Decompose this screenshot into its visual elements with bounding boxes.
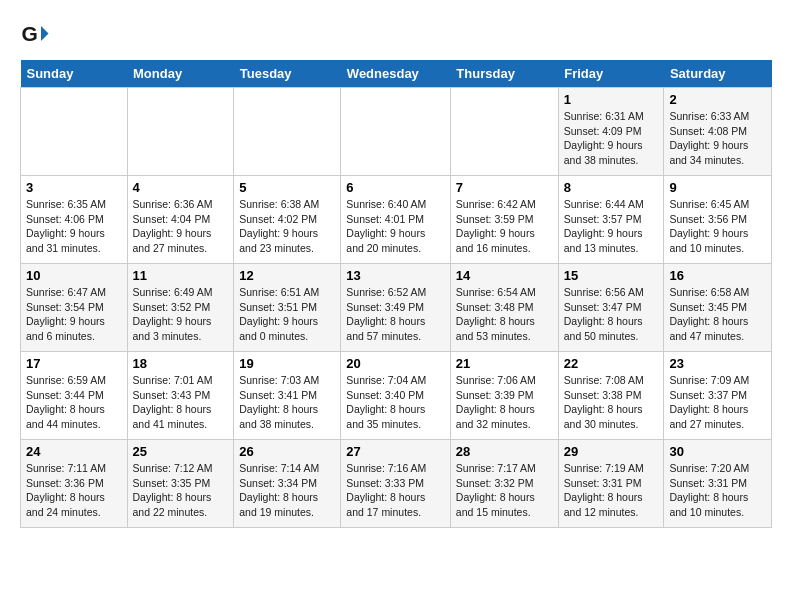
day-number: 27 <box>346 444 445 459</box>
weekday-header-row: SundayMondayTuesdayWednesdayThursdayFrid… <box>21 60 772 88</box>
calendar-table: SundayMondayTuesdayWednesdayThursdayFrid… <box>20 60 772 528</box>
logo: G <box>20 20 52 50</box>
calendar-cell: 14Sunrise: 6:54 AM Sunset: 3:48 PM Dayli… <box>450 264 558 352</box>
day-info: Sunrise: 7:06 AM Sunset: 3:39 PM Dayligh… <box>456 373 553 432</box>
svg-marker-1 <box>41 26 49 41</box>
calendar-cell: 4Sunrise: 6:36 AM Sunset: 4:04 PM Daylig… <box>127 176 234 264</box>
calendar-cell: 18Sunrise: 7:01 AM Sunset: 3:43 PM Dayli… <box>127 352 234 440</box>
calendar-cell <box>127 88 234 176</box>
calendar-cell: 23Sunrise: 7:09 AM Sunset: 3:37 PM Dayli… <box>664 352 772 440</box>
calendar-cell: 29Sunrise: 7:19 AM Sunset: 3:31 PM Dayli… <box>558 440 664 528</box>
calendar-cell: 12Sunrise: 6:51 AM Sunset: 3:51 PM Dayli… <box>234 264 341 352</box>
day-info: Sunrise: 7:20 AM Sunset: 3:31 PM Dayligh… <box>669 461 766 520</box>
weekday-header: Friday <box>558 60 664 88</box>
day-info: Sunrise: 6:36 AM Sunset: 4:04 PM Dayligh… <box>133 197 229 256</box>
day-info: Sunrise: 6:45 AM Sunset: 3:56 PM Dayligh… <box>669 197 766 256</box>
day-number: 2 <box>669 92 766 107</box>
calendar-cell: 25Sunrise: 7:12 AM Sunset: 3:35 PM Dayli… <box>127 440 234 528</box>
day-number: 16 <box>669 268 766 283</box>
day-number: 4 <box>133 180 229 195</box>
weekday-header: Tuesday <box>234 60 341 88</box>
day-number: 8 <box>564 180 659 195</box>
calendar-cell: 3Sunrise: 6:35 AM Sunset: 4:06 PM Daylig… <box>21 176 128 264</box>
day-number: 22 <box>564 356 659 371</box>
day-info: Sunrise: 6:49 AM Sunset: 3:52 PM Dayligh… <box>133 285 229 344</box>
day-info: Sunrise: 7:09 AM Sunset: 3:37 PM Dayligh… <box>669 373 766 432</box>
day-info: Sunrise: 7:17 AM Sunset: 3:32 PM Dayligh… <box>456 461 553 520</box>
calendar-cell: 30Sunrise: 7:20 AM Sunset: 3:31 PM Dayli… <box>664 440 772 528</box>
day-info: Sunrise: 7:11 AM Sunset: 3:36 PM Dayligh… <box>26 461 122 520</box>
calendar-cell: 5Sunrise: 6:38 AM Sunset: 4:02 PM Daylig… <box>234 176 341 264</box>
weekday-header: Sunday <box>21 60 128 88</box>
day-info: Sunrise: 7:03 AM Sunset: 3:41 PM Dayligh… <box>239 373 335 432</box>
calendar-cell: 27Sunrise: 7:16 AM Sunset: 3:33 PM Dayli… <box>341 440 451 528</box>
day-info: Sunrise: 6:33 AM Sunset: 4:08 PM Dayligh… <box>669 109 766 168</box>
day-number: 19 <box>239 356 335 371</box>
page-header: G <box>20 20 772 50</box>
day-number: 21 <box>456 356 553 371</box>
day-info: Sunrise: 6:42 AM Sunset: 3:59 PM Dayligh… <box>456 197 553 256</box>
calendar-week-row: 3Sunrise: 6:35 AM Sunset: 4:06 PM Daylig… <box>21 176 772 264</box>
day-number: 10 <box>26 268 122 283</box>
calendar-week-row: 17Sunrise: 6:59 AM Sunset: 3:44 PM Dayli… <box>21 352 772 440</box>
day-info: Sunrise: 6:51 AM Sunset: 3:51 PM Dayligh… <box>239 285 335 344</box>
logo-icon: G <box>20 20 50 50</box>
calendar-week-row: 1Sunrise: 6:31 AM Sunset: 4:09 PM Daylig… <box>21 88 772 176</box>
day-info: Sunrise: 7:14 AM Sunset: 3:34 PM Dayligh… <box>239 461 335 520</box>
day-info: Sunrise: 7:19 AM Sunset: 3:31 PM Dayligh… <box>564 461 659 520</box>
calendar-cell: 24Sunrise: 7:11 AM Sunset: 3:36 PM Dayli… <box>21 440 128 528</box>
calendar-cell: 7Sunrise: 6:42 AM Sunset: 3:59 PM Daylig… <box>450 176 558 264</box>
day-number: 5 <box>239 180 335 195</box>
day-number: 18 <box>133 356 229 371</box>
calendar-cell: 1Sunrise: 6:31 AM Sunset: 4:09 PM Daylig… <box>558 88 664 176</box>
calendar-week-row: 24Sunrise: 7:11 AM Sunset: 3:36 PM Dayli… <box>21 440 772 528</box>
day-info: Sunrise: 7:01 AM Sunset: 3:43 PM Dayligh… <box>133 373 229 432</box>
svg-text:G: G <box>22 22 38 45</box>
calendar-week-row: 10Sunrise: 6:47 AM Sunset: 3:54 PM Dayli… <box>21 264 772 352</box>
calendar-cell: 16Sunrise: 6:58 AM Sunset: 3:45 PM Dayli… <box>664 264 772 352</box>
day-number: 25 <box>133 444 229 459</box>
calendar-cell: 15Sunrise: 6:56 AM Sunset: 3:47 PM Dayli… <box>558 264 664 352</box>
calendar-cell: 20Sunrise: 7:04 AM Sunset: 3:40 PM Dayli… <box>341 352 451 440</box>
calendar-cell <box>21 88 128 176</box>
day-number: 3 <box>26 180 122 195</box>
day-number: 1 <box>564 92 659 107</box>
day-number: 15 <box>564 268 659 283</box>
day-number: 12 <box>239 268 335 283</box>
calendar-cell: 9Sunrise: 6:45 AM Sunset: 3:56 PM Daylig… <box>664 176 772 264</box>
day-number: 13 <box>346 268 445 283</box>
weekday-header: Thursday <box>450 60 558 88</box>
day-number: 6 <box>346 180 445 195</box>
day-info: Sunrise: 6:40 AM Sunset: 4:01 PM Dayligh… <box>346 197 445 256</box>
day-number: 14 <box>456 268 553 283</box>
day-info: Sunrise: 6:38 AM Sunset: 4:02 PM Dayligh… <box>239 197 335 256</box>
calendar-cell: 28Sunrise: 7:17 AM Sunset: 3:32 PM Dayli… <box>450 440 558 528</box>
weekday-header: Wednesday <box>341 60 451 88</box>
day-info: Sunrise: 7:08 AM Sunset: 3:38 PM Dayligh… <box>564 373 659 432</box>
day-info: Sunrise: 6:44 AM Sunset: 3:57 PM Dayligh… <box>564 197 659 256</box>
day-info: Sunrise: 7:12 AM Sunset: 3:35 PM Dayligh… <box>133 461 229 520</box>
day-number: 7 <box>456 180 553 195</box>
calendar-cell: 21Sunrise: 7:06 AM Sunset: 3:39 PM Dayli… <box>450 352 558 440</box>
day-number: 20 <box>346 356 445 371</box>
day-number: 9 <box>669 180 766 195</box>
day-info: Sunrise: 6:31 AM Sunset: 4:09 PM Dayligh… <box>564 109 659 168</box>
calendar-cell: 11Sunrise: 6:49 AM Sunset: 3:52 PM Dayli… <box>127 264 234 352</box>
calendar-cell: 17Sunrise: 6:59 AM Sunset: 3:44 PM Dayli… <box>21 352 128 440</box>
day-number: 11 <box>133 268 229 283</box>
day-info: Sunrise: 6:59 AM Sunset: 3:44 PM Dayligh… <box>26 373 122 432</box>
weekday-header: Saturday <box>664 60 772 88</box>
day-info: Sunrise: 6:47 AM Sunset: 3:54 PM Dayligh… <box>26 285 122 344</box>
calendar-cell: 10Sunrise: 6:47 AM Sunset: 3:54 PM Dayli… <box>21 264 128 352</box>
calendar-cell: 26Sunrise: 7:14 AM Sunset: 3:34 PM Dayli… <box>234 440 341 528</box>
day-info: Sunrise: 7:04 AM Sunset: 3:40 PM Dayligh… <box>346 373 445 432</box>
day-info: Sunrise: 6:54 AM Sunset: 3:48 PM Dayligh… <box>456 285 553 344</box>
weekday-header: Monday <box>127 60 234 88</box>
day-number: 30 <box>669 444 766 459</box>
calendar-cell: 22Sunrise: 7:08 AM Sunset: 3:38 PM Dayli… <box>558 352 664 440</box>
day-info: Sunrise: 6:35 AM Sunset: 4:06 PM Dayligh… <box>26 197 122 256</box>
day-number: 17 <box>26 356 122 371</box>
day-number: 28 <box>456 444 553 459</box>
day-number: 24 <box>26 444 122 459</box>
day-info: Sunrise: 6:56 AM Sunset: 3:47 PM Dayligh… <box>564 285 659 344</box>
